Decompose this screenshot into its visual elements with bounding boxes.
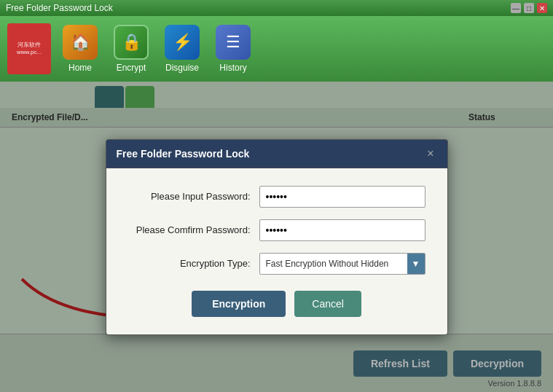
dialog: Free Folder Password Lock × Please Input… — [106, 139, 448, 335]
close-button[interactable]: ✕ — [537, 3, 547, 13]
dialog-titlebar: Free Folder Password Lock × — [106, 140, 447, 168]
toolbar-item-history[interactable]: ☰ History — [211, 25, 255, 73]
toolbar: 河东软件 www.pc... 🏠 Home 🔒 Encrypt ⚡ Disgui… — [0, 16, 553, 82]
toolbar-disguise-label: Disguise — [165, 63, 199, 73]
password-row: Please Input Password: — [128, 186, 425, 208]
home-icon: 🏠 — [63, 25, 98, 60]
encryption-type-label: Encryption Type: — [128, 258, 259, 269]
modal-overlay: Free Folder Password Lock × Please Input… — [0, 82, 553, 392]
encryption-type-select[interactable]: Fast Encryption Without Hidden ▼ — [259, 253, 425, 275]
confirm-label: Please Comfirm Password: — [128, 224, 259, 235]
toolbar-home-label: Home — [68, 63, 92, 73]
dialog-body: Please Input Password: Please Comfirm Pa… — [106, 168, 447, 334]
toolbar-history-label: History — [219, 63, 246, 73]
encryption-button[interactable]: Encryption — [192, 291, 286, 317]
main-area: Encrypted File/D... Status Refresh List … — [0, 82, 553, 392]
app-title: Free Folder Password Lock — [6, 3, 113, 13]
disguise-icon: ⚡ — [165, 25, 200, 60]
title-bar-controls: — □ ✕ — [511, 3, 547, 13]
confirm-password-row: Please Comfirm Password: — [128, 219, 425, 241]
dialog-title: Free Folder Password Lock — [117, 148, 250, 160]
password-label: Please Input Password: — [128, 191, 259, 202]
minimize-button[interactable]: — — [511, 3, 521, 13]
encryption-type-row: Encryption Type: Fast Encryption Without… — [128, 253, 425, 275]
title-bar: Free Folder Password Lock — □ ✕ — [0, 0, 553, 16]
logo-text: 河东软件 www.pc... — [7, 42, 51, 57]
toolbar-encrypt-label: Encrypt — [117, 63, 146, 73]
app-logo: 河东软件 www.pc... — [7, 23, 51, 74]
cancel-button[interactable]: Cancel — [294, 291, 361, 317]
password-input[interactable] — [259, 186, 425, 208]
toolbar-item-encrypt[interactable]: 🔒 Encrypt — [109, 25, 153, 73]
toolbar-item-home[interactable]: 🏠 Home — [58, 25, 102, 73]
maximize-button[interactable]: □ — [524, 3, 534, 13]
dialog-buttons: Encryption Cancel — [128, 286, 425, 320]
history-icon: ☰ — [216, 25, 251, 60]
chevron-down-icon[interactable]: ▼ — [407, 253, 425, 275]
encrypt-icon: 🔒 — [114, 25, 149, 60]
toolbar-item-disguise[interactable]: ⚡ Disguise — [160, 25, 204, 73]
confirm-password-input[interactable] — [259, 219, 425, 241]
dialog-close-button[interactable]: × — [424, 147, 436, 160]
encryption-type-value: Fast Encryption Without Hidden — [260, 253, 407, 275]
